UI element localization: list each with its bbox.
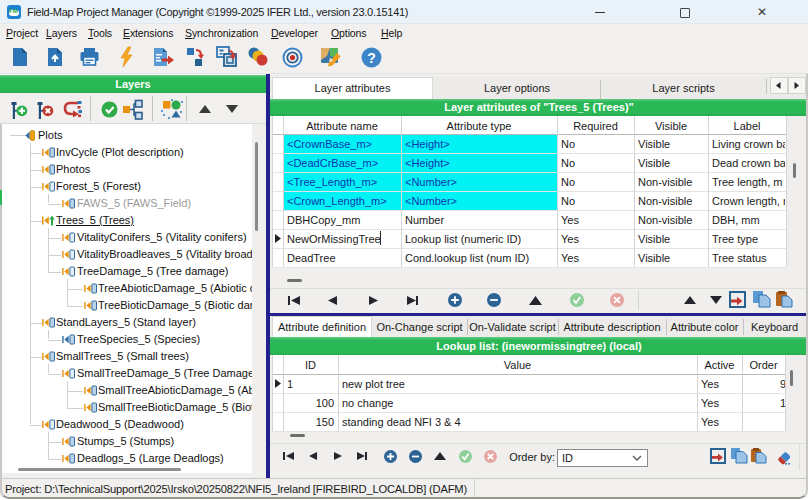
svg-text:?: ? (367, 50, 376, 66)
